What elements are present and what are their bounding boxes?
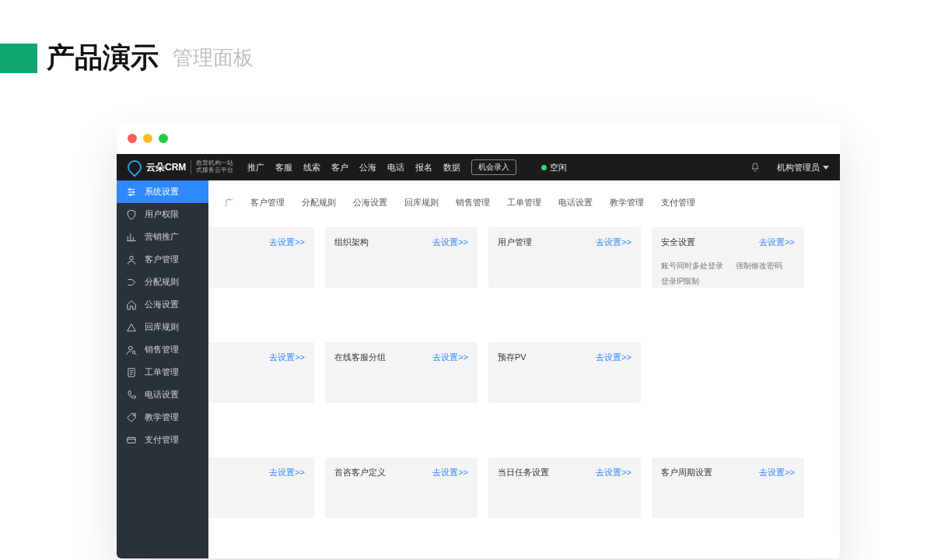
cards-container: 去设置>> 组织架构 去设置>> 用户管理 去设置>> 安全设置 去设置>>	[208, 227, 832, 558]
tab-payment[interactable]: 支付管理	[652, 191, 704, 214]
settings-card-org: 组织架构 去设置>>	[325, 227, 477, 288]
chevron-down-icon	[823, 166, 829, 170]
card-icon	[126, 435, 137, 446]
go-settings-link[interactable]: 去设置>>	[759, 236, 795, 248]
sidebar-item-label: 支付管理	[145, 434, 179, 446]
doc-icon	[126, 367, 137, 378]
settings-card: 去设置>>	[208, 227, 314, 288]
tab-pool[interactable]: 公海设置	[345, 191, 396, 214]
close-dot[interactable]	[128, 134, 137, 143]
shield-icon	[126, 209, 137, 220]
go-settings-link[interactable]: 去设置>>	[596, 352, 631, 363]
nav-item-signup[interactable]: 报名	[415, 162, 432, 173]
nav-item-service[interactable]: 客服	[275, 162, 292, 173]
svg-point-7	[133, 415, 135, 416]
sidebar-item-payment[interactable]: 支付管理	[117, 429, 208, 451]
flow-icon	[126, 277, 137, 288]
tab-partial[interactable]: 广	[216, 191, 242, 214]
user-menu[interactable]: 机构管理员	[777, 162, 829, 173]
go-settings-link[interactable]: 去设置>>	[269, 352, 305, 363]
minimize-dot[interactable]	[143, 134, 152, 143]
window-controls	[117, 123, 840, 154]
maximize-dot[interactable]	[159, 134, 168, 143]
go-settings-link[interactable]: 去设置>>	[596, 236, 631, 248]
tab-sales[interactable]: 销售管理	[447, 191, 498, 214]
sidebar-item-label: 用户权限	[145, 208, 179, 220]
sidebar-item-allocation[interactable]: 分配规则	[117, 271, 208, 293]
tab-allocation[interactable]: 分配规则	[293, 191, 345, 214]
card-sub: 登录IP限制	[661, 276, 699, 287]
logo-mark-icon	[124, 157, 144, 177]
app-window: 云朵CRM 教育机构一站 式服务云平台 推广 客服 线索 客户 公海 电话 报名…	[117, 123, 840, 558]
svg-point-3	[130, 256, 134, 260]
go-settings-link[interactable]: 去设置>>	[596, 467, 631, 478]
sidebar-item-label: 教学管理	[145, 411, 179, 423]
sidebar-item-tickets[interactable]: 工单管理	[117, 361, 208, 383]
card-title: 组织架构	[334, 237, 369, 247]
tab-teaching[interactable]: 教学管理	[601, 191, 652, 214]
search-user-icon	[126, 345, 137, 355]
sidebar-item-phone[interactable]: 电话设置	[117, 383, 208, 406]
go-settings-link[interactable]: 去设置>>	[432, 236, 468, 248]
slide-title: 产品演示	[47, 39, 159, 77]
go-settings-link[interactable]: 去设置>>	[269, 467, 305, 478]
accent-block	[0, 44, 37, 73]
card-sub: 强制修改密码	[736, 261, 782, 271]
nav-item-data[interactable]: 数据	[443, 162, 460, 173]
record-button[interactable]: 机会录入	[471, 159, 516, 175]
go-settings-link[interactable]: 去设置>>	[432, 352, 468, 363]
bell-icon[interactable]	[750, 163, 760, 172]
sidebar-item-teaching[interactable]: 教学管理	[117, 406, 208, 429]
slide-subtitle: 管理面板	[173, 44, 254, 72]
sidebar-item-system[interactable]: 系统设置	[117, 180, 208, 203]
sliders-icon	[126, 187, 137, 198]
nav-item-leads[interactable]: 线索	[303, 162, 320, 173]
settings-card-security: 安全设置 去设置>> 账号同时多处登录 强制修改密码 登录IP限制	[652, 227, 804, 288]
content-tabs: 广 客户管理 分配规则 公海设置 回库规则 销售管理 工单管理 电话设置 教学管…	[208, 180, 840, 214]
content-area: 广 客户管理 分配规则 公海设置 回库规则 销售管理 工单管理 电话设置 教学管…	[208, 180, 840, 558]
settings-card-user: 用户管理 去设置>>	[488, 227, 641, 288]
card-title: 首咨客户定义	[334, 467, 386, 477]
sidebar-item-label: 客户管理	[145, 254, 179, 265]
sidebar-item-sales[interactable]: 销售管理	[117, 338, 208, 361]
sidebar: 系统设置 用户权限 营销推广 客户管理 分配规则 公海设置	[117, 180, 208, 558]
card-title: 用户管理	[498, 237, 532, 247]
tab-customers[interactable]: 客户管理	[242, 191, 293, 214]
logo[interactable]: 云朵CRM 教育机构一站 式服务云平台	[128, 160, 233, 174]
triangle-icon	[126, 322, 137, 333]
sidebar-item-return[interactable]: 回库规则	[117, 316, 208, 338]
go-settings-link[interactable]: 去设置>>	[432, 467, 468, 478]
logo-tagline: 教育机构一站 式服务云平台	[191, 160, 233, 174]
nav-item-customers[interactable]: 客户	[331, 162, 348, 173]
nav-item-pool[interactable]: 公海	[359, 162, 376, 173]
tab-phone[interactable]: 电话设置	[550, 191, 601, 214]
nav-item-phone[interactable]: 电话	[387, 162, 404, 173]
home-icon	[126, 299, 137, 310]
sidebar-item-label: 公海设置	[145, 299, 179, 310]
nav-item-promo[interactable]: 推广	[247, 162, 264, 173]
svg-point-4	[129, 346, 133, 350]
nav-items: 推广 客服 线索 客户 公海 电话 报名 数据	[247, 162, 460, 173]
status-indicator[interactable]: 空闲	[541, 162, 567, 173]
status-dot-icon	[541, 165, 547, 170]
sidebar-item-label: 分配规则	[145, 276, 179, 288]
sidebar-item-label: 销售管理	[145, 344, 179, 355]
sidebar-item-permissions[interactable]: 用户权限	[117, 203, 208, 226]
tab-return[interactable]: 回库规则	[396, 191, 447, 214]
sidebar-item-marketing[interactable]: 营销推广	[117, 226, 208, 248]
settings-card-pv: 预存PV 去设置>>	[488, 342, 641, 403]
user-icon	[126, 254, 137, 265]
card-title: 预存PV	[498, 352, 526, 362]
card-title: 客户周期设置	[661, 467, 712, 477]
card-title: 在线客服分组	[334, 352, 386, 362]
settings-card: 去设置>>	[208, 342, 314, 403]
go-settings-link[interactable]: 去设置>>	[759, 467, 795, 478]
sidebar-item-pool[interactable]: 公海设置	[117, 293, 208, 316]
status-label: 空闲	[550, 162, 567, 173]
sidebar-item-customers[interactable]: 客户管理	[117, 248, 208, 271]
go-settings-link[interactable]: 去设置>>	[269, 236, 305, 248]
tab-tickets[interactable]: 工单管理	[498, 191, 550, 214]
chart-icon	[126, 232, 137, 243]
sidebar-item-label: 回库规则	[145, 321, 179, 333]
sidebar-item-label: 电话设置	[145, 389, 179, 401]
